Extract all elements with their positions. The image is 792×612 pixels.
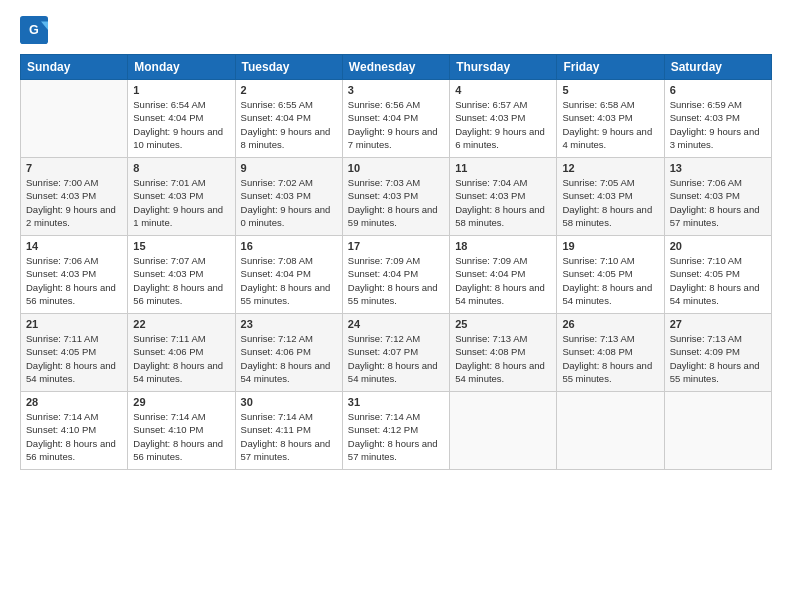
sunrise: Sunrise: 7:03 AM [348,177,420,188]
day-number: 20 [670,240,766,252]
sunrise: Sunrise: 6:58 AM [562,99,634,110]
calendar-cell: 3 Sunrise: 6:56 AM Sunset: 4:04 PM Dayli… [342,80,449,158]
day-info: Sunrise: 7:02 AM Sunset: 4:03 PM Dayligh… [241,176,337,229]
daylight: Daylight: 8 hours and 55 minutes. [348,282,438,306]
daylight: Daylight: 8 hours and 57 minutes. [241,438,331,462]
sunrise: Sunrise: 6:59 AM [670,99,742,110]
day-of-week-header: Monday [128,55,235,80]
sunset: Sunset: 4:05 PM [26,346,96,357]
calendar-cell: 25 Sunrise: 7:13 AM Sunset: 4:08 PM Dayl… [450,314,557,392]
day-info: Sunrise: 7:08 AM Sunset: 4:04 PM Dayligh… [241,254,337,307]
sunset: Sunset: 4:03 PM [562,190,632,201]
day-info: Sunrise: 7:11 AM Sunset: 4:06 PM Dayligh… [133,332,229,385]
calendar-cell: 20 Sunrise: 7:10 AM Sunset: 4:05 PM Dayl… [664,236,771,314]
sunset: Sunset: 4:04 PM [348,112,418,123]
calendar-cell: 16 Sunrise: 7:08 AM Sunset: 4:04 PM Dayl… [235,236,342,314]
calendar-cell: 7 Sunrise: 7:00 AM Sunset: 4:03 PM Dayli… [21,158,128,236]
daylight: Daylight: 9 hours and 7 minutes. [348,126,438,150]
sunrise: Sunrise: 7:10 AM [562,255,634,266]
day-number: 25 [455,318,551,330]
calendar-header-row: SundayMondayTuesdayWednesdayThursdayFrid… [21,55,772,80]
sunrise: Sunrise: 7:12 AM [241,333,313,344]
calendar-cell: 19 Sunrise: 7:10 AM Sunset: 4:05 PM Dayl… [557,236,664,314]
calendar-week-row: 14 Sunrise: 7:06 AM Sunset: 4:03 PM Dayl… [21,236,772,314]
sunset: Sunset: 4:06 PM [133,346,203,357]
day-number: 27 [670,318,766,330]
day-number: 28 [26,396,122,408]
calendar-cell: 10 Sunrise: 7:03 AM Sunset: 4:03 PM Dayl… [342,158,449,236]
day-info: Sunrise: 6:55 AM Sunset: 4:04 PM Dayligh… [241,98,337,151]
calendar-cell: 26 Sunrise: 7:13 AM Sunset: 4:08 PM Dayl… [557,314,664,392]
sunrise: Sunrise: 7:14 AM [133,411,205,422]
sunrise: Sunrise: 7:14 AM [241,411,313,422]
sunrise: Sunrise: 7:00 AM [26,177,98,188]
calendar-week-row: 1 Sunrise: 6:54 AM Sunset: 4:04 PM Dayli… [21,80,772,158]
daylight: Daylight: 8 hours and 56 minutes. [133,438,223,462]
daylight: Daylight: 8 hours and 54 minutes. [241,360,331,384]
day-number: 4 [455,84,551,96]
calendar-cell: 6 Sunrise: 6:59 AM Sunset: 4:03 PM Dayli… [664,80,771,158]
calendar-cell: 2 Sunrise: 6:55 AM Sunset: 4:04 PM Dayli… [235,80,342,158]
day-number: 3 [348,84,444,96]
day-info: Sunrise: 6:56 AM Sunset: 4:04 PM Dayligh… [348,98,444,151]
calendar-cell: 12 Sunrise: 7:05 AM Sunset: 4:03 PM Dayl… [557,158,664,236]
sunrise: Sunrise: 7:12 AM [348,333,420,344]
daylight: Daylight: 8 hours and 58 minutes. [455,204,545,228]
calendar-table: SundayMondayTuesdayWednesdayThursdayFrid… [20,54,772,470]
sunset: Sunset: 4:05 PM [670,268,740,279]
sunrise: Sunrise: 7:07 AM [133,255,205,266]
day-number: 24 [348,318,444,330]
daylight: Daylight: 8 hours and 54 minutes. [455,282,545,306]
day-number: 17 [348,240,444,252]
daylight: Daylight: 9 hours and 8 minutes. [241,126,331,150]
day-info: Sunrise: 7:10 AM Sunset: 4:05 PM Dayligh… [562,254,658,307]
sunrise: Sunrise: 7:02 AM [241,177,313,188]
sunset: Sunset: 4:03 PM [26,190,96,201]
sunrise: Sunrise: 7:01 AM [133,177,205,188]
daylight: Daylight: 8 hours and 56 minutes. [26,438,116,462]
sunset: Sunset: 4:10 PM [26,424,96,435]
day-of-week-header: Thursday [450,55,557,80]
day-info: Sunrise: 7:13 AM Sunset: 4:08 PM Dayligh… [455,332,551,385]
day-number: 30 [241,396,337,408]
sunset: Sunset: 4:08 PM [562,346,632,357]
calendar-cell: 27 Sunrise: 7:13 AM Sunset: 4:09 PM Dayl… [664,314,771,392]
logo: G [20,16,52,44]
daylight: Daylight: 8 hours and 59 minutes. [348,204,438,228]
calendar-cell: 9 Sunrise: 7:02 AM Sunset: 4:03 PM Dayli… [235,158,342,236]
day-of-week-header: Friday [557,55,664,80]
sunrise: Sunrise: 6:56 AM [348,99,420,110]
calendar-cell: 21 Sunrise: 7:11 AM Sunset: 4:05 PM Dayl… [21,314,128,392]
sunrise: Sunrise: 7:10 AM [670,255,742,266]
day-of-week-header: Tuesday [235,55,342,80]
calendar-week-row: 28 Sunrise: 7:14 AM Sunset: 4:10 PM Dayl… [21,392,772,470]
day-info: Sunrise: 6:54 AM Sunset: 4:04 PM Dayligh… [133,98,229,151]
daylight: Daylight: 8 hours and 56 minutes. [133,282,223,306]
sunset: Sunset: 4:04 PM [241,268,311,279]
daylight: Daylight: 8 hours and 55 minutes. [241,282,331,306]
sunset: Sunset: 4:03 PM [133,190,203,201]
sunset: Sunset: 4:03 PM [241,190,311,201]
sunrise: Sunrise: 7:13 AM [455,333,527,344]
sunrise: Sunrise: 7:08 AM [241,255,313,266]
day-number: 6 [670,84,766,96]
day-number: 31 [348,396,444,408]
svg-text:G: G [29,23,39,37]
day-number: 10 [348,162,444,174]
sunset: Sunset: 4:03 PM [133,268,203,279]
daylight: Daylight: 8 hours and 57 minutes. [348,438,438,462]
day-info: Sunrise: 7:00 AM Sunset: 4:03 PM Dayligh… [26,176,122,229]
day-info: Sunrise: 6:57 AM Sunset: 4:03 PM Dayligh… [455,98,551,151]
sunrise: Sunrise: 7:14 AM [26,411,98,422]
sunset: Sunset: 4:03 PM [562,112,632,123]
sunrise: Sunrise: 7:06 AM [670,177,742,188]
day-info: Sunrise: 7:06 AM Sunset: 4:03 PM Dayligh… [670,176,766,229]
day-number: 2 [241,84,337,96]
calendar-cell: 13 Sunrise: 7:06 AM Sunset: 4:03 PM Dayl… [664,158,771,236]
calendar-cell: 31 Sunrise: 7:14 AM Sunset: 4:12 PM Dayl… [342,392,449,470]
day-number: 18 [455,240,551,252]
day-info: Sunrise: 7:05 AM Sunset: 4:03 PM Dayligh… [562,176,658,229]
day-number: 19 [562,240,658,252]
calendar-week-row: 21 Sunrise: 7:11 AM Sunset: 4:05 PM Dayl… [21,314,772,392]
day-info: Sunrise: 7:01 AM Sunset: 4:03 PM Dayligh… [133,176,229,229]
